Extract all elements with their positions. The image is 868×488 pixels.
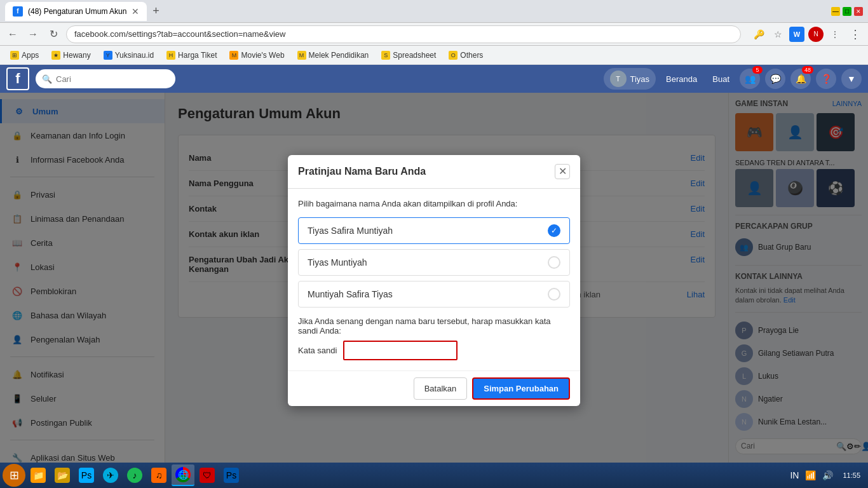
bookmark-melekpendidikan[interactable]: M Melek Pendidikan <box>292 49 374 62</box>
extension-menu-icon[interactable]: ⋮ <box>827 27 843 42</box>
bookmark-others-label: Others <box>460 51 483 60</box>
ps2-icon: Ps <box>224 468 239 483</box>
bookmark-hewany[interactable]: ★ Hewany <box>46 49 95 62</box>
modal-password-section: Jika Anda senang dengan nama baru terseb… <box>298 316 570 360</box>
antivirus-icon: 🛡 <box>200 468 215 483</box>
minimize-button[interactable]: — <box>831 7 840 16</box>
fb-search-input[interactable] <box>56 74 169 84</box>
fb-user-name: Tiyas <box>630 74 650 84</box>
taskbar-spotify[interactable]: ♪ <box>123 464 146 486</box>
modal-overlay: Pratinjau Nama Baru Anda ✕ Pilih bagaima… <box>0 93 868 468</box>
notif-badge: 48 <box>802 66 813 74</box>
modal-password-input[interactable] <box>343 341 458 360</box>
save-changes-button[interactable]: Simpan Perubahan <box>472 377 570 400</box>
photoshop-icon: Ps <box>79 468 94 483</box>
name-option-3[interactable]: Muntiyah Safira Tiyas <box>298 281 570 308</box>
bookmark-moviesweb-icon: M <box>229 51 238 60</box>
extension-fb-icon[interactable]: W <box>789 27 804 42</box>
back-button[interactable]: ← <box>5 27 20 42</box>
fb-nav-right: T Tiyas Beranda Buat 👥 5 💬 🔔 48 ❓ ▼ <box>604 68 862 90</box>
taskbar-ps2[interactable]: Ps <box>220 464 243 486</box>
bookmark-spreadsheet-label: Spreadsheet <box>393 51 436 60</box>
taskbar-file-manager[interactable]: 📁 <box>27 464 50 486</box>
taskbar-start-button[interactable]: ⊞ <box>3 464 25 487</box>
fb-help-icon[interactable]: ❓ <box>816 69 836 89</box>
browser-menu-button[interactable]: ⋮ <box>848 27 863 42</box>
reload-button[interactable]: ↻ <box>46 27 61 42</box>
fb-messenger-icon[interactable]: 💬 <box>765 69 785 89</box>
tray-network-icon[interactable]: 📶 <box>803 470 818 480</box>
bookmark-yuksinau-label: Yuksinau.id <box>115 51 154 60</box>
bookmark-others-icon: O <box>449 51 458 60</box>
address-icons: 🔑 ☆ W N ⋮ <box>751 27 843 42</box>
close-button[interactable]: ✕ <box>854 7 863 16</box>
taskbar-chrome[interactable]: 🌐 <box>172 464 194 486</box>
name-radio-2[interactable] <box>548 256 560 269</box>
spotify-icon: ♪ <box>127 468 142 483</box>
fb-dropdown-icon[interactable]: ▼ <box>841 69 862 89</box>
taskbar-telegram[interactable]: ✈ <box>99 464 122 486</box>
name-radio-1[interactable] <box>548 224 560 237</box>
fb-nav-beranda[interactable]: Beranda <box>661 72 702 86</box>
bookmark-spreadsheet-icon: S <box>381 51 390 60</box>
taskbar-music[interactable]: ♫ <box>147 464 170 486</box>
modal-description: Pilih bagaimana nama Anda akan ditampilk… <box>298 199 570 208</box>
bookmark-hargatiket[interactable]: H Harga Tiket <box>161 49 222 62</box>
modal-password-row: Kata sandi <box>298 341 570 360</box>
fb-search-box[interactable]: 🔍 <box>36 69 175 88</box>
fb-notifications-icon[interactable]: 🔔 48 <box>790 69 811 89</box>
fb-header: f 🔍 T Tiyas Beranda Buat 👥 5 💬 🔔 48 ❓ ▼ <box>0 65 868 93</box>
tab-close-button[interactable]: ✕ <box>132 6 139 17</box>
name-option-1[interactable]: Tiyas Safira Muntiyah <box>298 217 570 244</box>
chrome-icon: 🌐 <box>175 467 191 482</box>
taskbar-photoshop[interactable]: Ps <box>75 464 98 486</box>
modal-pratinjau: Pratinjau Nama Baru Anda ✕ Pilih bagaima… <box>288 155 580 406</box>
modal-header: Pratinjau Nama Baru Anda ✕ <box>288 155 580 189</box>
taskbar-explorer[interactable]: 📂 <box>51 464 74 486</box>
cancel-button[interactable]: Batalkan <box>414 377 468 400</box>
browser-titlebar: f (48) Pengaturan Umum Akun ✕ + — □ ✕ <box>0 0 868 23</box>
explorer-icon: 📂 <box>55 468 70 483</box>
taskbar-antivirus[interactable]: 🛡 <box>196 464 219 486</box>
tray-sound-icon[interactable]: 🔊 <box>820 470 835 480</box>
fb-friends-icon[interactable]: 👥 5 <box>740 69 760 89</box>
bookmark-hewany-icon: ★ <box>51 51 60 60</box>
fb-search-icon: 🔍 <box>42 74 52 84</box>
fb-user-pill[interactable]: T Tiyas <box>604 68 656 90</box>
modal-close-button[interactable]: ✕ <box>555 164 570 179</box>
tab-title: (48) Pengaturan Umum Akun <box>28 7 126 16</box>
forward-button[interactable]: → <box>25 27 41 42</box>
main-layout: ⚙ Umum 🔒 Keamanan dan Info Login ℹ Infor… <box>0 93 868 468</box>
modal-body: Pilih bagaimana nama Anda akan ditampilk… <box>288 189 580 370</box>
name-option-2-text: Tiyas Muntiyah <box>308 257 367 268</box>
star-icon[interactable]: ☆ <box>770 27 785 42</box>
fb-logo[interactable]: f <box>6 67 29 90</box>
taskbar: ⊞ 📁 📂 Ps ✈ ♪ ♫ 🌐 🛡 Ps IN 📶 🔊 11:55 <box>0 463 868 488</box>
modal-title: Pratinjau Nama Baru Anda <box>298 166 426 177</box>
telegram-icon: ✈ <box>103 468 118 483</box>
bookmark-melekpendidikan-icon: M <box>297 51 306 60</box>
bookmark-moviesweb-label: Movie's Web <box>241 51 284 60</box>
new-tab-button[interactable]: + <box>147 3 165 20</box>
fb-nav-buat[interactable]: Buat <box>707 72 735 86</box>
fb-user-avatar: T <box>610 71 627 87</box>
extension-norton-icon[interactable]: N <box>808 27 824 42</box>
maximize-button[interactable]: □ <box>843 7 851 16</box>
bookmark-yuksinau[interactable]: Y Yuksinau.id <box>98 49 159 62</box>
bookmark-others[interactable]: O Others <box>444 49 488 62</box>
bookmark-apps[interactable]: ⊞ Apps <box>5 49 44 62</box>
name-option-1-text: Tiyas Safira Muntiyah <box>308 226 393 236</box>
music-icon: ♫ <box>151 468 166 483</box>
modal-password-label: Kata sandi <box>298 346 337 355</box>
name-radio-3[interactable] <box>548 288 560 301</box>
taskbar-right: IN 📶 🔊 11:55 <box>788 470 865 480</box>
bookmark-apps-label: Apps <box>22 51 39 60</box>
bookmark-spreadsheet[interactable]: S Spreadsheet <box>376 49 441 62</box>
address-input[interactable]: facebook.com/settings?tab=account&sectio… <box>66 25 741 43</box>
bookmark-moviesweb[interactable]: M Movie's Web <box>224 49 289 62</box>
modal-footer: Batalkan Simpan Perubahan <box>288 370 580 406</box>
file-manager-icon: 📁 <box>31 468 46 483</box>
friends-badge: 5 <box>752 66 763 74</box>
browser-tab[interactable]: f (48) Pengaturan Umum Akun ✕ <box>5 2 147 21</box>
name-option-2[interactable]: Tiyas Muntiyah <box>298 249 570 276</box>
